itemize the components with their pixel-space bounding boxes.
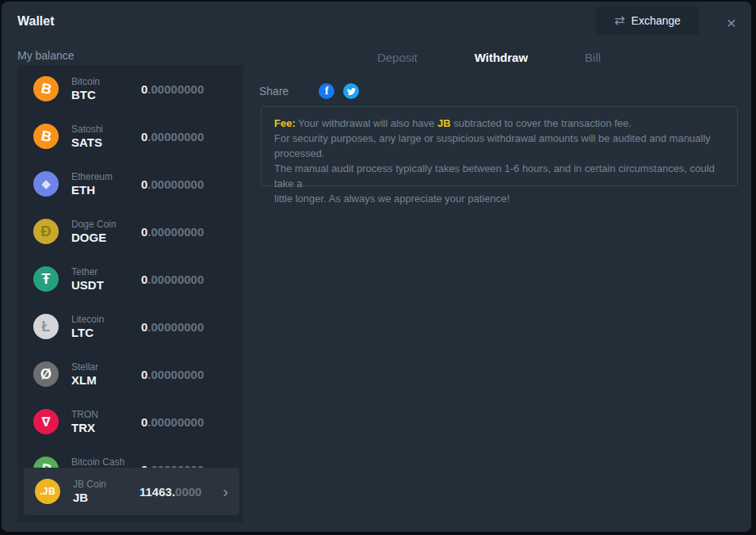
fee-notice-line2: For security purposes, any large or susp… (274, 131, 724, 161)
coin-ticker: ETH (71, 183, 132, 197)
coin-row-jb-pinned[interactable]: .JB JB Coin JB 11463.0000 › (24, 468, 239, 515)
litecoin-icon: Ł (33, 314, 59, 339)
coin-balance: 0.00000000 (141, 82, 204, 96)
coin-name: Bitcoin Cash (71, 457, 132, 468)
coin-name: JB Coin (73, 479, 130, 490)
coin-balance: 0.00000000 (141, 368, 204, 381)
coin-balance: 11463.0000 (139, 485, 201, 499)
coin-name: Ethereum (71, 171, 132, 182)
coin-ticker: BTC (71, 88, 132, 101)
jb-coin-icon: .JB (35, 479, 60, 504)
coin-row-doge[interactable]: Đ Doge Coin DOGE 0.00000000 (17, 208, 243, 255)
twitter-bird-icon (347, 87, 356, 96)
tether-icon: Ŧ (33, 266, 59, 292)
twitter-share-icon[interactable] (343, 83, 359, 99)
fee-label: Fee: (274, 117, 296, 129)
coin-balance: 0.00000000 (141, 178, 204, 191)
coin-row-usdt[interactable]: Ŧ Tether USDT 0.00000000 (17, 255, 243, 303)
dogecoin-icon: Đ (33, 219, 59, 244)
swap-arrows-icon: ⇄ (614, 14, 624, 27)
tab-deposit[interactable]: Deposit (377, 51, 418, 64)
coin-row-sats[interactable]: B Satoshi SATS 0.00000000 (17, 113, 243, 160)
coin-balance: 0.00000000 (141, 130, 204, 143)
coin-name: Bitcoin (71, 76, 132, 87)
tab-bill[interactable]: Bill (585, 51, 601, 64)
wallet-modal: Wallet ⇄ Exchange × My balance B Bitcoin… (2, 2, 751, 532)
coin-name: TRON (71, 409, 132, 420)
coin-name: Litecoin (71, 314, 132, 325)
coin-ticker: SATS (71, 136, 132, 149)
coin-row-eth[interactable]: ◆ Ethereum ETH 0.00000000 (17, 160, 243, 208)
coin-row-btc[interactable]: B Bitcoin BTC 0.00000000 (17, 65, 243, 113)
coin-ticker: TRX (71, 421, 132, 434)
coin-balance: 0.00000000 (141, 320, 204, 334)
coin-name: Doge Coin (71, 219, 132, 230)
my-balance-label: My balance (17, 49, 74, 62)
stellar-icon: Ø (33, 361, 59, 387)
fee-notice-line4: little longer. As always we appreciate y… (274, 191, 724, 206)
coin-row-ltc[interactable]: Ł Litecoin LTC 0.00000000 (17, 303, 243, 350)
coin-name: Stellar (71, 361, 132, 373)
bitcoin-icon: B (33, 76, 59, 101)
page-title: Wallet (17, 14, 55, 29)
coin-balance: 0.00000000 (141, 225, 204, 239)
close-icon[interactable]: × (721, 13, 742, 33)
fee-notice-line3: The manual audit process typically takes… (274, 161, 724, 191)
coin-name: Tether (71, 266, 132, 277)
satoshi-icon: B (33, 124, 59, 149)
share-label: Share (259, 85, 288, 97)
coin-ticker: DOGE (71, 231, 132, 244)
fee-notice-line1: Fee: Your withdrawal will also have JB s… (274, 116, 724, 131)
tron-icon: ∇ (33, 409, 59, 434)
tab-withdraw[interactable]: Withdraw (475, 51, 528, 64)
coin-ticker: LTC (71, 326, 132, 339)
chevron-right-icon: › (223, 483, 228, 499)
coin-balance: 0.00000000 (141, 415, 204, 429)
exchange-button-label: Exchange (632, 14, 681, 27)
coin-ticker: JB (73, 491, 130, 504)
balance-panel: B Bitcoin BTC 0.00000000 B Satoshi SATS … (17, 65, 243, 522)
fee-notice-box: Fee: Your withdrawal will also have JB s… (261, 106, 738, 186)
coin-row-trx[interactable]: ∇ TRON TRX 0.00000000 (17, 398, 243, 445)
exchange-button[interactable]: ⇄ Exchange (596, 6, 699, 35)
coin-name: Satoshi (71, 124, 132, 135)
share-row: Share f (259, 83, 359, 99)
coin-ticker: XLM (71, 373, 132, 387)
coin-row-xlm[interactable]: Ø Stellar XLM 0.00000000 (17, 350, 243, 398)
ethereum-icon: ◆ (33, 171, 59, 197)
coin-balance: 0.00000000 (141, 273, 204, 286)
coin-ticker: USDT (71, 278, 132, 292)
facebook-share-icon[interactable]: f (319, 83, 334, 99)
jb-token-label: JB (437, 117, 451, 129)
wallet-tabs: Deposit Withdraw Bill (243, 51, 735, 64)
